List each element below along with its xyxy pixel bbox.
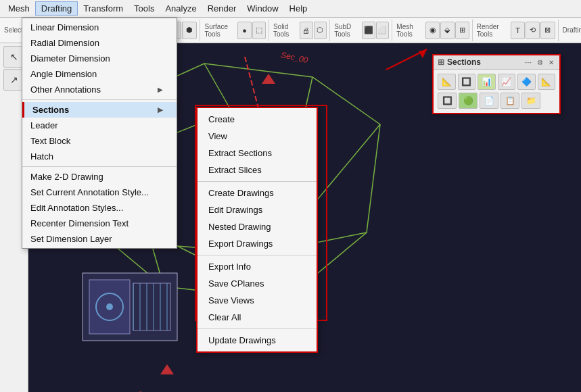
svg-text:Sec_00: Sec_00 [137, 389, 166, 392]
toolbar-section-solid: Solid Tools 🖨 ⬡ [272, 20, 330, 41]
submenu-view[interactable]: View [197, 128, 317, 145]
sections-panel-body: 📐 🔲 📊 📈 🔷 📐 🔲 🟢 📄 📋 📁 [434, 70, 559, 113]
menu-make-2d[interactable]: Make 2-D Drawing [22, 169, 177, 185]
svg-marker-11 [262, 74, 275, 84]
submenu-clear-all[interactable]: Clear All [197, 309, 317, 326]
tb-curve6[interactable]: ⬢ [182, 22, 197, 39]
sections-panel-header: ⊞ Sections ···· ⚙ ✕ [434, 55, 559, 70]
menu-edit-annotation-styles[interactable]: Edit Annotation Styles... [22, 200, 177, 216]
surface-tools-label: Surface Tools [203, 23, 237, 38]
submenu-export-info[interactable]: Export Info [197, 258, 317, 275]
tb-render2[interactable]: ⟲ [526, 22, 540, 39]
tb-render1[interactable]: T [511, 22, 525, 39]
menu-window[interactable]: Window [241, 2, 283, 15]
panel-icon-angle[interactable]: 📐 [538, 74, 556, 90]
menu-diameter-dimension[interactable]: Diameter Dimension [22, 51, 177, 66]
toolbar-section-surface: Surface Tools ● ⬚ [203, 20, 269, 41]
submenu-sep-2 [197, 255, 317, 255]
tb-solid1[interactable]: 🖨 [300, 22, 313, 39]
menu-drafting[interactable]: Drafting [35, 1, 78, 16]
toolbar-section-render: Render Tools T ⟲ ⊠ [475, 20, 559, 41]
menu-recenter-dimension[interactable]: Recenter Dimension Text [22, 216, 177, 231]
tb-surf1[interactable]: ● [237, 22, 251, 39]
menu-hatch[interactable]: Hatch [22, 149, 177, 164]
other-annotations-arrow: ▶ [158, 86, 163, 93]
submenu-create[interactable]: Create [197, 111, 317, 128]
submenu-extract-slices[interactable]: Extract Slices [197, 162, 317, 178]
submenu-save-cplanes[interactable]: Save CPlanes [197, 275, 317, 292]
menu-analyze[interactable]: Analyze [160, 2, 202, 15]
svg-marker-25 [419, 49, 427, 58]
toolbar-section-mesh: Mesh Tools ◉ ⬙ ⊞ [395, 20, 472, 41]
toolbar-section-subd: SubD Tools ⬛ ⬜ [333, 20, 392, 41]
drafting-label: Drafting [561, 26, 581, 34]
panel-icon-green[interactable]: 🟢 [459, 93, 478, 109]
svg-text:Sec_00: Sec_00 [280, 50, 309, 65]
panel-close-btn[interactable]: ✕ [547, 59, 555, 66]
panel-dots-btn[interactable]: ···· [523, 59, 533, 66]
menu-text-block[interactable]: Text Block [22, 133, 177, 149]
menu-other-annotations[interactable]: Other Annotations ▶ [22, 82, 177, 97]
sections-panel: ⊞ Sections ···· ⚙ ✕ 📐 🔲 📊 📈 🔷 📐 🔲 🟢 📄 📋 … [432, 54, 561, 114]
drafting-dropdown: Linear Dimension Radial Dimension Diamet… [22, 18, 177, 249]
menu-linear-dimension[interactable]: Linear Dimension [22, 20, 177, 35]
render-tools-label: Render Tools [475, 23, 510, 38]
tb-subd2[interactable]: ⬜ [376, 22, 390, 39]
submenu-export-drawings[interactable]: Export Drawings [197, 235, 317, 252]
submenu-create-drawings[interactable]: Create Drawings [197, 185, 317, 201]
menu-mesh[interactable]: Mesh [3, 2, 35, 15]
panel-icon-extract[interactable]: 📊 [478, 74, 496, 90]
menu-render[interactable]: Render [202, 2, 242, 15]
submenu-sep-1 [197, 181, 317, 182]
menu-help[interactable]: Help [284, 2, 313, 15]
svg-line-3 [312, 124, 380, 205]
panel-icon-doc[interactable]: 📄 [480, 93, 498, 109]
separator-2 [22, 166, 177, 167]
toolbar-section-drafting: Drafting ⊞ [561, 20, 581, 41]
menu-tools[interactable]: Tools [129, 2, 160, 15]
panel-icon-create[interactable]: 📐 [438, 74, 456, 90]
tb-render3[interactable]: ⊠ [540, 22, 555, 39]
tb-subd1[interactable]: ⬛ [362, 22, 375, 39]
submenu-save-views[interactable]: Save Views [197, 292, 317, 309]
submenu-sep-3 [197, 328, 317, 329]
submenu-extract-sections[interactable]: Extract Sections [197, 145, 317, 162]
submenu-nested-drawing[interactable]: Nested Drawing [197, 218, 317, 235]
menu-leader[interactable]: Leader [22, 118, 177, 133]
tb-mesh3[interactable]: ⊞ [455, 22, 469, 39]
submenu-update-drawings[interactable]: Update Drawings [197, 332, 317, 349]
menu-set-annotation-style[interactable]: Set Current Annotation Style... [22, 185, 177, 200]
tb-mesh2[interactable]: ⬙ [440, 22, 455, 39]
menu-set-dimension-layer[interactable]: Set Dimension Layer [22, 231, 177, 247]
panel-icon-grid[interactable]: 🔲 [438, 93, 457, 109]
tb-surf2[interactable]: ⬚ [252, 22, 266, 39]
menu-radial-dimension[interactable]: Radial Dimension [22, 35, 177, 51]
panel-icon-folder[interactable]: 📁 [521, 93, 540, 109]
tb-solid2[interactable]: ⬡ [314, 22, 327, 39]
svg-point-17 [106, 303, 113, 310]
panel-row-2: 🔲 🟢 📄 📋 📁 [438, 93, 555, 109]
menu-transform[interactable]: Transform [78, 2, 129, 15]
submenu-edit-drawings[interactable]: Edit Drawings [197, 201, 317, 218]
tb-mesh1[interactable]: ◉ [425, 22, 440, 39]
sections-arrow: ▶ [158, 106, 163, 114]
menu-angle-dimension[interactable]: Angle Dimension [22, 66, 177, 82]
arrow-indicator [379, 46, 434, 75]
menu-sections[interactable]: Sections ▶ [22, 102, 177, 118]
menubar: Mesh Drafting Transform Tools Analyze Re… [0, 0, 581, 18]
panel-icon-shape[interactable]: 🔷 [517, 74, 536, 90]
sections-submenu: Create View Extract Sections Extract Sli… [196, 107, 318, 353]
separator-1 [22, 99, 177, 100]
panel-icon-clipboard[interactable]: 📋 [501, 93, 519, 109]
panel-row-1: 📐 🔲 📊 📈 🔷 📐 [438, 74, 555, 90]
svg-line-1 [204, 64, 231, 111]
panel-icon-chart[interactable]: 📈 [498, 74, 516, 90]
panel-gear-btn[interactable]: ⚙ [536, 59, 544, 66]
solid-tools-label: Solid Tools [272, 23, 299, 38]
sections-panel-controls: ···· ⚙ ✕ [523, 59, 555, 66]
sections-panel-icon: ⊞ [438, 57, 444, 67]
panel-icon-view[interactable]: 🔲 [458, 74, 476, 90]
subd-tools-label: SubD Tools [333, 23, 361, 38]
mesh-tools-label: Mesh Tools [395, 23, 425, 38]
sections-panel-title: ⊞ Sections [438, 57, 481, 67]
